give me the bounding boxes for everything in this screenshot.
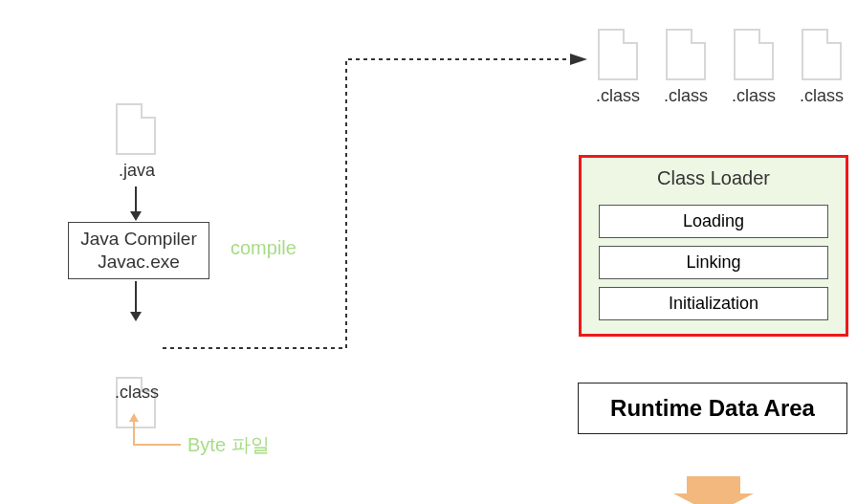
class-file-icon-3 <box>734 29 774 80</box>
class-file-label-4: .class <box>800 86 844 106</box>
class-file-icon-2 <box>666 29 706 80</box>
step-loading: Loading <box>599 205 828 238</box>
class-file-icon-1 <box>598 29 638 80</box>
class-file-label-1: .class <box>596 86 640 106</box>
class-file-label-2: .class <box>664 86 708 106</box>
runtime-data-area-label: Runtime Data Area <box>610 395 815 421</box>
class-file-icon-4 <box>802 29 842 80</box>
fat-arrow-to-runtime <box>687 476 740 504</box>
step-linking: Linking <box>599 246 828 279</box>
step-initialization: Initialization <box>599 287 828 320</box>
class-file-label-3: .class <box>732 86 776 106</box>
class-loader-title: Class Loader <box>657 167 770 189</box>
runtime-data-area-box: Runtime Data Area <box>578 383 847 434</box>
class-loader-box: Class Loader Loading Linking Initializat… <box>579 155 848 337</box>
class-files-row: .class .class .class .class <box>596 29 844 106</box>
